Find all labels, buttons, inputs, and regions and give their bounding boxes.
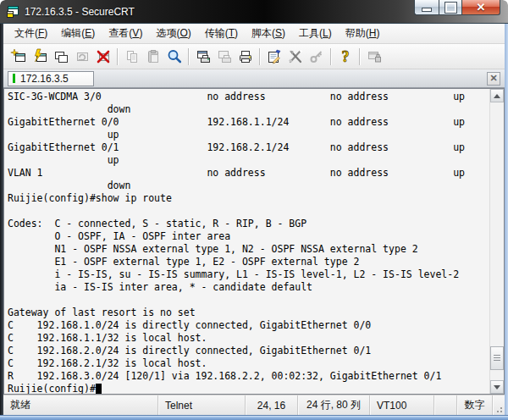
scrollbar-thumb[interactable] (490, 346, 504, 370)
menu-options[interactable]: 选项(O) (149, 24, 197, 43)
quick-connect-icon[interactable] (29, 46, 50, 67)
maximize-button[interactable] (439, 0, 462, 15)
toolbar-separator (259, 48, 260, 65)
global-options-icon[interactable] (284, 46, 306, 67)
print-icon[interactable] (235, 46, 256, 67)
toolbar-separator (330, 48, 331, 65)
tab-bar: 172.16.3.5 ✕ (3, 69, 505, 88)
terminal-line: C 192.168.2.1/32 is local host. (8, 357, 489, 370)
terminal-line: N1 - OSPF NSSA external type 1, N2 - OSP… (8, 243, 489, 256)
tab-label: 172.16.3.5 (20, 73, 69, 85)
scroll-down-icon (494, 385, 500, 390)
terminal-line: GigabitEthernet 0/0 192.168.1.1/24 no ad… (8, 116, 489, 129)
status-emulation: VT100 (370, 395, 434, 415)
terminal-line: C 192.168.1.1/32 is local host. (8, 332, 489, 345)
terminal-line: up (8, 129, 489, 141)
paste-icon[interactable] (142, 46, 163, 67)
status-empty-pane (434, 395, 457, 415)
terminal-line: R 192.168.3.0/24 [120/1] via 192.168.2.2… (8, 370, 489, 383)
status-terminal-size: 24 行, 80 列 (298, 395, 370, 415)
menu-transfer[interactable]: 传输(T) (198, 24, 245, 43)
terminal-line: E1 - OSPF external type 1, E2 - OSPF ext… (8, 256, 489, 268)
terminal-line: O - OSPF, IA - OSPF inter area (8, 230, 489, 243)
scrollbar-grip (494, 355, 500, 362)
maximize-icon (445, 3, 456, 13)
title-bar: 172.16.3.5 - SecureCRT ✕ (0, 0, 508, 24)
toolbar: ? (3, 44, 505, 69)
session-options-icon[interactable] (263, 46, 284, 67)
connect-in-tab-icon[interactable] (50, 46, 71, 67)
terminal-line (8, 205, 489, 218)
status-ready: 就绪 (3, 395, 158, 415)
window-title: 172.16.3.5 - SecureCRT (25, 6, 135, 18)
print-preview-icon[interactable] (213, 46, 235, 67)
close-button[interactable]: ✕ (462, 0, 500, 15)
terminal-scrollbar[interactable] (489, 89, 504, 394)
connect-icon[interactable] (8, 46, 29, 67)
scrollbar-down-button[interactable] (490, 380, 504, 394)
window-controls: ✕ (414, 0, 500, 15)
disconnect-icon[interactable] (92, 46, 113, 67)
close-icon: ✕ (477, 2, 486, 13)
terminal-prompt: Ruijie(config)# (8, 383, 96, 394)
status-cursor-position: 24, 16 (246, 395, 298, 415)
terminal-line: GigabitEthernet 0/1 192.168.2.1/24 no ad… (8, 141, 489, 154)
menu-edit[interactable]: 编辑(E) (54, 24, 102, 43)
menu-file[interactable]: 文件(F) (8, 24, 54, 43)
terminal-line: down (8, 103, 489, 116)
terminal-line: Ruijie(config)#show ip route (8, 192, 489, 205)
print-window-icon[interactable] (192, 46, 213, 67)
status-num-lock: 数字 (457, 395, 493, 415)
find-icon[interactable] (163, 46, 185, 67)
toolbar-separator (188, 48, 189, 65)
terminal-line: Gateway of last resort is no set (8, 307, 489, 319)
window-frame-right (505, 24, 508, 415)
status-protocol: Telnet (158, 395, 246, 415)
terminal-area: SIC-3G-WCDMA 3/0 no address no address u… (3, 88, 505, 395)
terminal-prompt-line: Ruijie(config)# (8, 383, 489, 394)
terminal-line: C 192.168.2.0/24 is directly connected, … (8, 345, 489, 357)
terminal-line: Codes: C - connected, S - static, R - RI… (8, 218, 489, 230)
toolbar-separator (117, 48, 118, 65)
status-bar: 就绪 Telnet 24, 16 24 行, 80 列 VT100 数字 (3, 395, 505, 415)
terminal-line: up (8, 154, 489, 167)
tab-close-icon: ✕ (489, 74, 497, 83)
reconnect-icon[interactable] (71, 46, 92, 67)
terminal-line: down (8, 180, 489, 192)
terminal-line: ia - IS-IS inter area, * - candidate def… (8, 281, 489, 294)
minimize-icon (422, 8, 432, 12)
securecrt-window: 172.16.3.5 - SecureCRT ✕ 文件(F)编辑(E)查看(V)… (0, 0, 508, 420)
tab-close-button[interactable]: ✕ (487, 72, 500, 86)
menu-view[interactable]: 查看(V) (102, 24, 149, 43)
svg-text:?: ? (341, 48, 349, 65)
window-frame-bottom (0, 415, 508, 420)
terminal-line: SIC-3G-WCDMA 3/0 no address no address u… (8, 91, 489, 103)
terminal-cursor (96, 384, 102, 394)
resize-grip-dots (494, 405, 503, 413)
tab-connected-indicator (13, 74, 15, 83)
menu-help[interactable]: 帮助(H) (339, 24, 387, 43)
scroll-up-icon (494, 94, 500, 98)
terminal-line: i - IS-IS, su - IS-IS summary, L1 - IS-I… (8, 268, 489, 281)
key-icon[interactable] (306, 46, 327, 67)
terminal-line: C 192.168.1.0/24 is directly connected, … (8, 319, 489, 332)
help-icon[interactable]: ? (334, 46, 356, 67)
menu-tools[interactable]: 工具(L) (292, 24, 339, 43)
minimize-button[interactable] (414, 0, 439, 15)
securecrt-app-icon (6, 5, 19, 19)
terminal-line (8, 294, 489, 307)
menu-bar: 文件(F)编辑(E)查看(V)选项(O)传输(T)脚本(S)工具(L)帮助(H) (3, 24, 505, 44)
toolbar-separator (359, 48, 360, 65)
terminal-screen[interactable]: SIC-3G-WCDMA 3/0 no address no address u… (4, 89, 489, 394)
terminal-line: VLAN 1 no address no address up (8, 167, 489, 180)
locked-window-icon[interactable] (363, 46, 384, 67)
session-tab[interactable]: 172.16.3.5 (8, 71, 94, 86)
menu-script[interactable]: 脚本(S) (245, 24, 292, 43)
copy-icon[interactable] (121, 46, 142, 67)
scrollbar-up-button[interactable] (490, 89, 504, 102)
resize-grip[interactable] (493, 395, 505, 415)
